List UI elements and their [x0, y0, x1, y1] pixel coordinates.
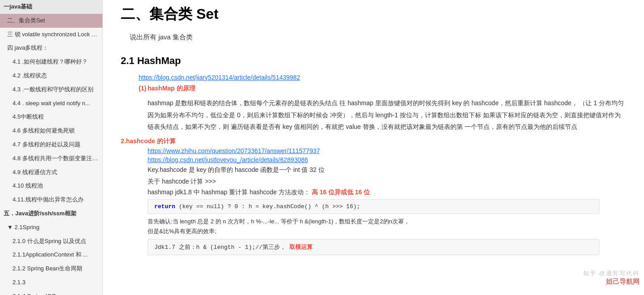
numbered-item-1: (1) hashMap 的原理: [121, 85, 626, 93]
sidebar-item-label: 4.7 多线程的好处以及问题: [13, 141, 80, 148]
sidebar-item-label: 4.3 .一般线程和守护线程的区别: [13, 86, 93, 93]
sidebar-item-4-10[interactable]: 4.10 线程池: [0, 179, 102, 193]
sidebar-item-label: 三 锁 volatile synchronized Lock R...: [7, 31, 101, 38]
sidebar-item-label: 2.1.1ApplicationContext 和 ...: [13, 251, 88, 258]
page-title: 二、集合类 Set: [121, 4, 626, 24]
bottom-note-text: 首先确认:当 length 总是 2 的 n 次方时，h %-...-le...…: [148, 218, 410, 235]
sidebar-item-2-1-3[interactable]: 2.1.3: [0, 276, 102, 290]
sidebar-item-2-1-0[interactable]: 2.1.0 什么是Spring 以及优点: [0, 235, 102, 248]
jdk-red-text: 高 16 位异或低 16 位: [312, 188, 370, 196]
sidebar-item-java-basics[interactable]: 一java基础: [0, 0, 102, 14]
bottom-note-1: 首先确认:当 length 总是 2 的 n 次方时，h %-...-le...…: [148, 217, 599, 236]
sidebar-item-4-4[interactable]: 4.4 . sleep wait yield notify n...: [0, 97, 102, 111]
numbered-label-1: (1): [121, 85, 148, 93]
sidebar-item-4-6[interactable]: 4.6 多线程如何避免死锁: [0, 124, 102, 138]
sidebar-item-label: 一java基础: [4, 3, 32, 10]
sidebar-item-label: ▼ 2.1Spring: [7, 224, 39, 231]
sidebar-item-java-advanced[interactable]: 五．Java进阶/ssh/ssm框架: [0, 207, 102, 221]
sidebar-item-set[interactable]: 二、集合类Set: [0, 14, 102, 28]
jdk-note: hashmap jdk1.8 中 hashmap 重计算 hashcode 方法…: [148, 188, 626, 197]
sidebar-item-4-5[interactable]: 4.5中断线程: [0, 110, 102, 124]
sidebar-item-2-1-4[interactable]: 2.1.4 Spring IOC: [0, 290, 102, 295]
sidebar-item-label: 二、集合类Set: [7, 17, 45, 24]
main-content: 二、集合类 Set 说出所有 java 集合类 2.1 HashMap http…: [103, 0, 644, 295]
sidebar-item-4-2[interactable]: 4.2 .线程状态: [0, 69, 102, 83]
sidebar-item-spring[interactable]: ▼ 2.1Spring: [0, 221, 102, 235]
links-block: https://www.zhihu.com/question/20733617/…: [148, 147, 626, 163]
about-hashcode-text: 关于 hashcode 计算 >>>: [148, 178, 626, 186]
subtitle-text: 说出所有 java 集合类: [121, 33, 626, 42]
sidebar-item-2-1-1[interactable]: 2.1.1ApplicationContext 和 ...: [0, 248, 102, 262]
sidebar-item-label: 4.2 .线程状态: [13, 72, 47, 79]
sidebar-item-4-9[interactable]: 4.9 线程通信方式: [0, 166, 102, 180]
code-keyword-return: return: [154, 203, 175, 210]
code-text-1: (key == null) ? 0 : h = key.hashCode() ^…: [179, 203, 360, 210]
jdk17-block: Jdk1.7 之前：h & (length - 1);//第三步， 取模运算: [148, 239, 599, 255]
sidebar-item-label: 2.1.4 Spring IOC: [13, 293, 56, 295]
code-block-1: return (key == null) ? 0 : h = key.hashC…: [148, 199, 599, 214]
sidebar-item-label: 4.6 多线程如何避免死锁: [13, 127, 75, 134]
csdn-link-2[interactable]: https://blog.csdn.net/justloveyou_/artic…: [148, 156, 626, 163]
section-title-hashmap: 2.1 HashMap: [121, 55, 626, 67]
sidebar-item-4-8[interactable]: 4.8 多线程共用一个数据变量注意...: [0, 152, 102, 166]
sidebar-item-4-3[interactable]: 4.3 .一般线程和守护线程的区别: [0, 83, 102, 97]
sidebar-item-label: 4.4 . sleep wait yield notify n...: [13, 100, 90, 107]
sidebar-item-4-11[interactable]: 4.11.线程中抛出异常怎么办: [0, 193, 102, 207]
csdn-link-1[interactable]: https://blog.csdn.net/jiary5201314/artic…: [139, 74, 626, 81]
sidebar-item-label: 4.8 多线程共用一个数据变量注意...: [13, 155, 102, 162]
sidebar-item-label: 2.1.0 什么是Spring 以及优点: [13, 238, 86, 244]
sidebar-item-multithreading[interactable]: 四 java多线程：: [0, 41, 102, 55]
sidebar-item-label: 4.9 线程通信方式: [13, 169, 57, 175]
sidebar-item-2-1-2[interactable]: 2.1.2 Spring Bean生命周期: [0, 262, 102, 276]
sidebar-item-label: 四 java多线程：: [7, 44, 48, 51]
sidebar-item-lock[interactable]: 三 锁 volatile synchronized Lock R...: [0, 28, 102, 42]
sidebar-item-label: 4.1 .如何创建线程？哪种好？: [13, 58, 88, 65]
jdk-note-text: hashmap jdk1.8 中 hashmap 重计算 hashcode 方法…: [148, 188, 310, 196]
jdk17-red-text: 取模运算: [289, 244, 313, 250]
sidebar-item-label: 4.5中断线程: [13, 113, 44, 120]
hashmap-paragraph: hashmap 是数组和链表的结合体，数组每个元素存的是链表的头结点 往 has…: [148, 97, 626, 133]
sidebar-item-label: 4.10 线程池: [13, 182, 43, 189]
key-hashcode-text: Key.hashcode 是 key 的自带的 hascode 函数是一个 in…: [148, 166, 626, 174]
sidebar-item-label: 2.1.3: [13, 279, 25, 286]
numbered-text-1: hashMap 的原理: [148, 85, 195, 93]
jdk17-text: Jdk1.7 之前：h & (length - 1);//第三步，: [154, 244, 286, 251]
sidebar-item-label: 4.11.线程中抛出异常怎么办: [13, 196, 84, 203]
sidebar-item-4-7[interactable]: 4.7 多线程的好处以及问题: [0, 138, 102, 152]
sidebar-item-label: 2.1.2 Spring Bean生命周期: [13, 265, 82, 272]
sidebar: 一java基础 二、集合类Set 三 锁 volatile synchroniz…: [0, 0, 103, 295]
zhihu-link[interactable]: https://www.zhihu.com/question/20733617/…: [148, 147, 626, 154]
sidebar-item-4-1[interactable]: 4.1 .如何创建线程？哪种好？: [0, 55, 102, 69]
sidebar-item-label: 五．Java进阶/ssh/ssm框架: [4, 210, 76, 217]
hashcode-label: 2.hashcode 的计算: [121, 137, 626, 145]
